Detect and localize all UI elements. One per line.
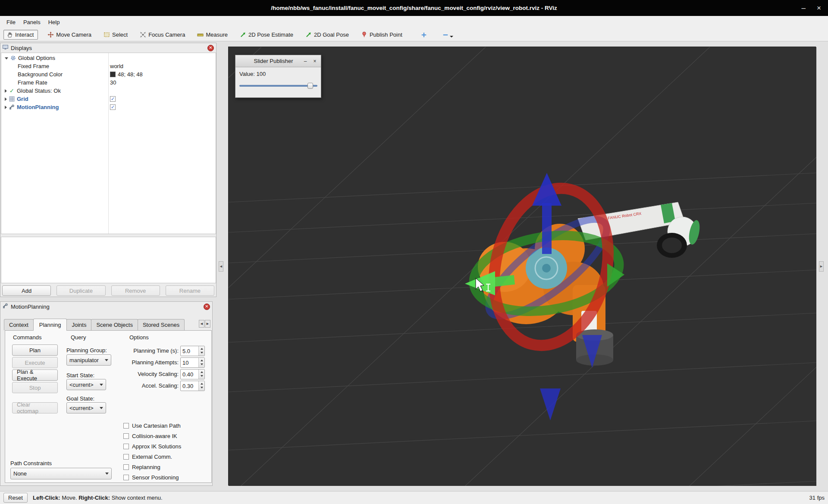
spin-down-icon[interactable] [201, 363, 203, 365]
slider-close-icon[interactable]: × [311, 58, 318, 65]
clear-octomap-button[interactable]: Clear octomap [12, 402, 58, 413]
tree-row-motionplanning[interactable]: MotionPlanning [1, 103, 216, 111]
replanning-checkbox[interactable] [123, 464, 129, 470]
chevron-down-icon [105, 473, 109, 475]
grid-enabled-checkbox[interactable] [110, 96, 116, 102]
tool-move-camera[interactable]: Move Camera [45, 30, 95, 39]
plan-and-execute-button[interactable]: Plan & Execute [12, 369, 58, 381]
motionplanning-enabled-checkbox[interactable] [110, 104, 116, 110]
collision-aware-ik-option[interactable]: Collision-aware IK [123, 432, 177, 439]
tree-row-global-status[interactable]: ✓ Global Status: Ok [1, 87, 216, 95]
expander-closed-icon[interactable] [5, 97, 7, 101]
planning-attempts-spinbox[interactable]: 10 [180, 357, 205, 368]
collision-aware-ik-checkbox[interactable] [123, 433, 129, 439]
spin-up-icon[interactable] [201, 360, 203, 361]
displays-panel-header[interactable]: Displays ✕ [0, 43, 216, 53]
tool-select[interactable]: Select [101, 30, 132, 39]
duplicate-display-button[interactable]: Duplicate [56, 285, 105, 296]
window-close-icon[interactable]: × [817, 4, 821, 13]
spin-up-icon[interactable] [201, 371, 203, 373]
expander-closed-icon[interactable] [5, 106, 7, 109]
tab-scroll-left-icon[interactable]: ◀ [199, 320, 204, 328]
spin-down-icon[interactable] [201, 387, 203, 388]
external-comm-checkbox[interactable] [123, 454, 129, 460]
background-color-label: Background Color [18, 71, 63, 78]
focus-camera-icon [140, 31, 146, 38]
path-constraints-select[interactable]: None [10, 468, 112, 479]
use-cartesian-path-checkbox[interactable] [123, 423, 129, 429]
tool-interact[interactable]: Interact [3, 30, 38, 40]
tool-2d-goal-pose[interactable]: 2D Goal Pose [303, 30, 353, 39]
grid-label: Grid [17, 96, 28, 102]
goal-state-select[interactable]: <current> [66, 402, 106, 413]
motionplanning-close-icon[interactable]: ✕ [204, 304, 210, 310]
fixed-frame-value[interactable]: world [110, 63, 123, 69]
spin-up-icon[interactable] [201, 348, 203, 350]
spin-down-icon[interactable] [201, 375, 203, 377]
tab-joints[interactable]: Joints [66, 319, 91, 330]
background-color-swatch[interactable] [110, 72, 116, 77]
execute-button[interactable]: Execute [12, 357, 58, 368]
planning-time-spinbox[interactable]: 5.0 [180, 346, 205, 356]
tab-scroll-right-icon[interactable]: ▶ [205, 320, 210, 328]
value-slider[interactable] [239, 83, 317, 89]
displays-panel-icon [3, 44, 8, 51]
approx-ik-solutions-checkbox[interactable] [123, 444, 129, 449]
window-minimize-icon[interactable]: – [802, 4, 806, 13]
rename-display-button[interactable]: Rename [166, 285, 214, 296]
frame-rate-value[interactable]: 30 [110, 79, 116, 86]
displays-close-icon[interactable]: ✕ [207, 45, 214, 51]
slider-window-titlebar[interactable]: Slider Publisher – × [235, 55, 321, 67]
velocity-scaling-spinbox[interactable]: 0.40 [180, 369, 205, 379]
tool-focus-camera[interactable]: Focus Camera [137, 30, 189, 39]
start-state-select[interactable]: <current> [66, 379, 106, 390]
tool-focus-camera-label: Focus Camera [148, 31, 185, 38]
add-tool-button[interactable] [419, 31, 429, 39]
sensor-positioning-checkbox[interactable] [123, 475, 129, 480]
slider-handle[interactable] [307, 83, 313, 89]
use-cartesian-path-option[interactable]: Use Cartesian Path [123, 422, 181, 429]
splitter-collapse-right[interactable]: ▶ [819, 261, 824, 272]
accel-scaling-spinbox[interactable]: 0.30 [180, 381, 205, 391]
tree-row-fixed-frame[interactable]: Fixed Frame world [1, 62, 216, 70]
menu-panels[interactable]: Panels [19, 17, 44, 27]
tab-context[interactable]: Context [4, 319, 34, 330]
external-comm-option[interactable]: External Comm. [123, 453, 172, 460]
grid-display-icon [9, 96, 15, 102]
tab-planning[interactable]: Planning [33, 319, 67, 331]
stop-button[interactable]: Stop [12, 382, 58, 393]
add-display-button[interactable]: Add [2, 285, 51, 296]
tool-measure[interactable]: Measure [194, 30, 232, 39]
remove-tool-button[interactable] [440, 31, 455, 39]
background-color-value[interactable]: 48; 48; 48 [118, 71, 143, 78]
tree-row-global-options[interactable]: Global Options [1, 54, 216, 62]
slider-track[interactable] [239, 85, 317, 87]
tool-2d-pose-estimate[interactable]: 2D Pose Estimate [237, 30, 297, 39]
remove-display-button[interactable]: Remove [111, 285, 160, 296]
splitter-collapse-left[interactable]: ◀ [219, 261, 223, 272]
slider-window-body: Value: 100 [235, 67, 321, 98]
spin-down-icon[interactable] [201, 352, 203, 354]
menu-help[interactable]: Help [44, 17, 64, 27]
tab-stored-scenes[interactable]: Stored Scenes [138, 319, 185, 330]
move-camera-icon [47, 31, 54, 38]
replanning-option[interactable]: Replanning [123, 463, 160, 470]
reset-button[interactable]: Reset [3, 493, 28, 503]
tree-row-background-color[interactable]: Background Color 48; 48; 48 [1, 70, 216, 78]
3d-viewport[interactable]: FANUC Robot CRX [228, 47, 816, 485]
expander-closed-icon[interactable] [5, 89, 7, 93]
menu-file[interactable]: File [3, 17, 19, 27]
spin-up-icon[interactable] [201, 383, 203, 385]
tool-publish-point[interactable]: Publish Point [358, 30, 406, 39]
expander-open-icon[interactable] [5, 57, 8, 59]
fixed-frame-label: Fixed Frame [18, 63, 49, 69]
slider-minimize-icon[interactable]: – [302, 58, 309, 65]
motionplanning-panel-header[interactable]: MotionPlanning ✕ [0, 302, 212, 311]
plan-button[interactable]: Plan [12, 344, 58, 356]
pose-estimate-arrow-icon [240, 31, 246, 38]
tree-row-grid[interactable]: Grid [1, 95, 216, 103]
approx-ik-solutions-option[interactable]: Approx IK Solutions [123, 443, 181, 450]
tree-row-frame-rate[interactable]: Frame Rate 30 [1, 78, 216, 87]
sensor-positioning-option[interactable]: Sensor Positioning [123, 474, 179, 481]
tab-scene-objects[interactable]: Scene Objects [91, 319, 138, 330]
